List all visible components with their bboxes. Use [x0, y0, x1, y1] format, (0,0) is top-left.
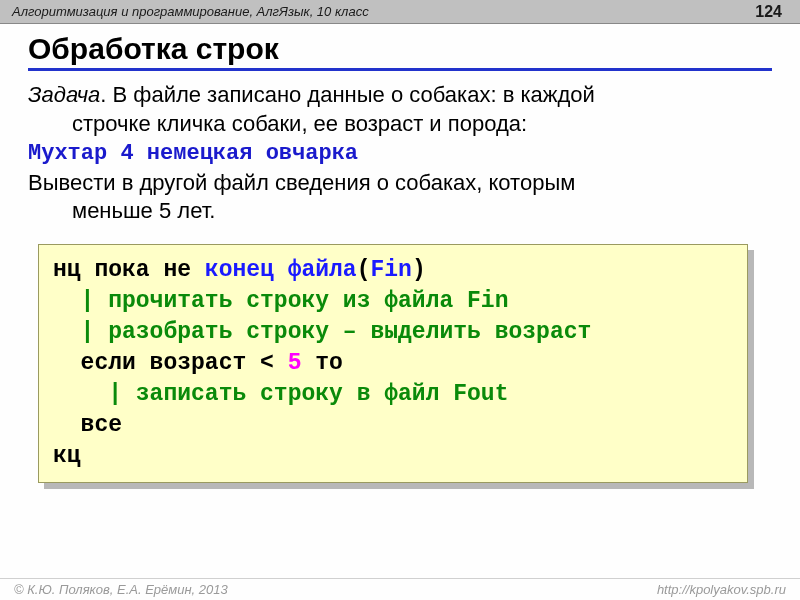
code-l1e: )	[412, 257, 426, 283]
slide-header: Алгоритмизация и программирование, АлгЯз…	[0, 0, 800, 24]
code-l7: кц	[53, 443, 81, 469]
code-l1a: нц пока не	[53, 257, 205, 283]
code-box: нц пока не конец файла(Fin) | прочитать …	[38, 244, 748, 483]
code-l4b: 5	[288, 350, 302, 376]
page-title: Обработка строк	[28, 32, 772, 71]
page-number: 124	[755, 3, 788, 21]
code-l1b: конец файла	[205, 257, 357, 283]
code-l6: все	[53, 412, 122, 438]
task-text-3: Вывести в другой файл сведения о собаках…	[28, 170, 575, 195]
slide-footer: © К.Ю. Поляков, Е.А. Ерёмин, 2013 http:/…	[0, 578, 800, 600]
footer-copyright: © К.Ю. Поляков, Е.А. Ерёмин, 2013	[14, 582, 228, 597]
task-text-2: строчке кличка собаки, ее возраст и поро…	[28, 110, 772, 139]
task-text-4: меньше 5 лет.	[28, 197, 772, 226]
course-label: Алгоритмизация и программирование, АлгЯз…	[12, 4, 369, 19]
task-label: Задача	[28, 82, 100, 107]
code-l4c: то	[301, 350, 342, 376]
footer-url: http://kpolyakov.spb.ru	[657, 582, 786, 597]
task-text-1: . В файле записано данные о собаках: в к…	[100, 82, 595, 107]
code-l4a: если возраст <	[53, 350, 288, 376]
code-l3: | разобрать строку – выделить возраст	[53, 319, 591, 345]
code-l2: | прочитать строку из файла Fin	[53, 288, 508, 314]
code-l1c: (	[357, 257, 371, 283]
code-l5: | записать строку в файл Fout	[53, 381, 508, 407]
task-example: Мухтар 4 немецкая овчарка	[28, 140, 772, 169]
code-l1d: Fin	[370, 257, 411, 283]
task-block: Задача. В файле записано данные о собака…	[28, 81, 772, 226]
slide-content: Обработка строк Задача. В файле записано…	[0, 24, 800, 483]
code-block: нц пока не конец файла(Fin) | прочитать …	[38, 244, 748, 483]
